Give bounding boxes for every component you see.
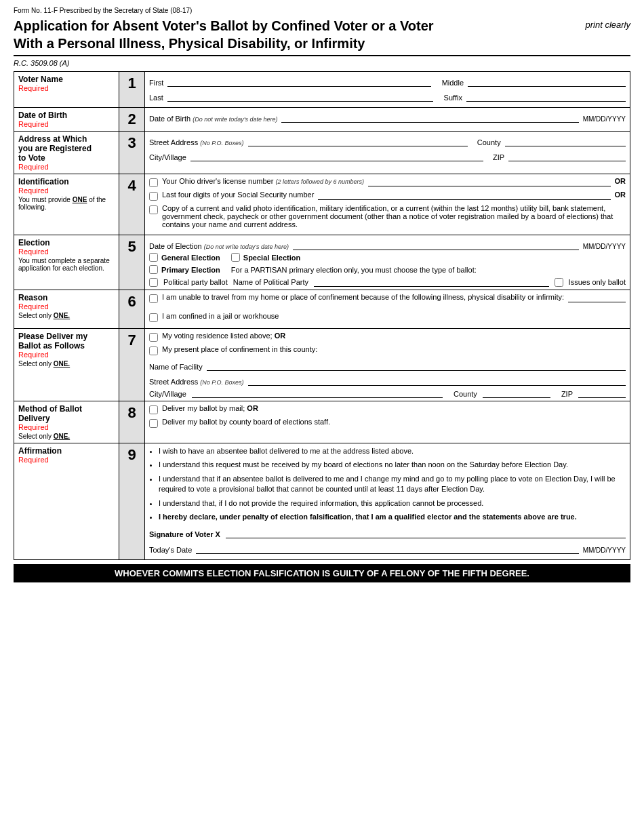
method-label: Method of Ballot Delivery <box>18 404 115 423</box>
section-number-1: 1 <box>119 72 145 108</box>
issues-only-checkbox[interactable] <box>555 278 563 287</box>
primary-election-checkbox[interactable] <box>149 265 158 274</box>
street-address-label: Street Address (No P.O. Boxes) <box>149 138 244 146</box>
political-party-checkbox[interactable] <box>149 278 158 287</box>
primary-note: For a PARTISAN primary election only, yo… <box>231 266 477 274</box>
section-affirmation: Affirmation Required 9 I wish to have an… <box>14 443 630 560</box>
method-mail-checkbox[interactable] <box>149 405 158 414</box>
id-label-cell: Identification Required You must provide… <box>14 174 119 235</box>
section-deliver: Please Deliver my Ballot as Follows Requ… <box>14 329 630 401</box>
address-label-cell: Address at Which you are Registered to V… <box>14 132 119 174</box>
zip-label: ZIP <box>493 153 504 161</box>
method-label-cell: Method of Ballot Delivery Required Selec… <box>14 401 119 443</box>
method-content: Deliver my ballot by mail; OR Deliver my… <box>145 401 630 443</box>
issues-only-label: Issues only ballot <box>569 278 626 286</box>
deliver-county-line <box>483 389 550 398</box>
id-content: Your Ohio driver's license number (2 let… <box>145 174 630 235</box>
election-sub-note: You must complete a separate application… <box>18 257 115 272</box>
affirmation-label: Affirmation <box>18 446 115 456</box>
city-row: City/Village ZIP <box>149 149 626 161</box>
facility-name-line <box>207 360 626 371</box>
method-staff-checkbox[interactable] <box>149 419 158 428</box>
general-election-checkbox[interactable] <box>149 253 158 262</box>
method-select-note: Select only ONE. <box>18 433 115 440</box>
section-number-5: 5 <box>119 235 145 290</box>
primary-election-item: Primary Election <box>149 265 220 274</box>
method-option2-row: Deliver my ballot by county board of ele… <box>149 418 626 428</box>
reason-option1-checkbox[interactable] <box>149 294 158 303</box>
election-date-row: Date of Election (Do not write today's d… <box>149 238 626 250</box>
city-field-group <box>190 149 483 161</box>
election-type-row: General Election Special Election <box>149 253 626 262</box>
section-number-9: 9 <box>119 443 145 560</box>
form-meta: Form No. 11-F Prescribed by the Secretar… <box>14 7 630 14</box>
reason-option2-text: I am confined in a jail or workhouse <box>162 312 279 320</box>
deliver-option1-checkbox[interactable] <box>149 333 158 342</box>
reason-option2-row: I am confined in a jail or workhouse <box>149 312 626 322</box>
facility-label: Name of Facility <box>149 363 203 371</box>
id-option3-checkbox[interactable] <box>149 205 158 214</box>
reason-label: Reason <box>18 293 115 302</box>
todays-date-line <box>196 543 578 554</box>
section-address: Address at Which you are Registered to V… <box>14 132 630 174</box>
affirmation-bullet-4: I understand that, if I do not provide t… <box>159 498 626 509</box>
method-option1-row: Deliver my ballot by mail; OR <box>149 404 626 414</box>
party-name-line <box>314 277 549 287</box>
dob-field-label: Date of Birth (Do not write today's date… <box>149 115 277 123</box>
special-election-checkbox[interactable] <box>231 253 240 262</box>
todays-date-row: Today's Date MM/DD/YYYY <box>149 542 626 554</box>
deliver-option1-row: My voting residence listed above; OR <box>149 332 626 342</box>
section-voter-name: Voter Name Required 1 First Middle Last <box>14 72 630 108</box>
last-name-line <box>167 91 433 102</box>
deliver-select-note: Select only ONE. <box>18 360 115 368</box>
no-po-note: (No P.O. Boxes) <box>200 140 243 146</box>
special-election-item: Special Election <box>231 253 300 262</box>
suffix-group <box>466 90 626 102</box>
street-row: Street Address (No P.O. Boxes) County <box>149 134 626 146</box>
zip-field-line <box>508 151 626 161</box>
election-label-cell: Election Required You must complete a se… <box>14 235 119 290</box>
affirmation-bullet-1: I wish to have an absentee ballot delive… <box>159 446 626 456</box>
id-label: Identification <box>18 177 115 186</box>
primary-election-row: Primary Election For a PARTISAN primary … <box>149 265 626 274</box>
section-dob: Date of Birth Required 2 Date of Birth (… <box>14 108 630 132</box>
election-date-note: (Do not write today's date here) <box>204 243 289 250</box>
id-required: Required <box>18 186 115 195</box>
id-option2-checkbox[interactable] <box>149 192 158 201</box>
id-sub-note: You must provide ONE of the following. <box>18 196 115 211</box>
footer-bar: WHOEVER COMMITS ELECTION FALSIFICATION I… <box>14 564 630 582</box>
reason-content: I am unable to travel from my home or pl… <box>145 290 630 329</box>
political-party-label: Political party ballot <box>163 278 228 286</box>
county-label: County <box>477 138 501 146</box>
deliver-label: Please Deliver my Ballot as Follows <box>18 332 115 351</box>
street-field-group <box>248 134 468 146</box>
deliver-option2-row: My present place of confinement in this … <box>149 345 626 355</box>
county-field-line <box>505 136 626 146</box>
zip-field-group <box>508 149 626 161</box>
id-option3-text: Copy of a current and valid photo identi… <box>162 204 626 229</box>
election-date-label: Date of Election (Do not write today's d… <box>149 242 289 250</box>
first-label: First <box>149 79 163 87</box>
todays-date-format: MM/DD/YYYY <box>583 547 626 554</box>
dob-format: MM/DD/YYYY <box>583 115 626 123</box>
party-row: Political party ballot Name of Political… <box>149 277 626 287</box>
todays-date-field-group <box>196 542 578 554</box>
deliver-street-field-group <box>248 374 626 386</box>
deliver-content: My voting residence listed above; OR My … <box>145 329 630 401</box>
deliver-city-label: City/Village <box>149 390 186 398</box>
deliver-option2-checkbox[interactable] <box>149 346 158 355</box>
id-option1-checkbox[interactable] <box>149 178 158 187</box>
deliver-required: Required <box>18 351 115 359</box>
id-option1-text: Your Ohio driver's license number (2 let… <box>162 177 364 185</box>
dob-content: Date of Birth (Do not write today's date… <box>145 108 630 132</box>
facility-name-row: Name of Facility <box>149 359 626 371</box>
election-label: Election <box>18 238 115 247</box>
last-name-group <box>167 90 433 102</box>
id-option1-row: Your Ohio driver's license number (2 let… <box>149 177 626 187</box>
section-identification: Identification Required You must provide… <box>14 174 630 235</box>
address-content: Street Address (No P.O. Boxes) County Ci… <box>145 132 630 174</box>
election-date-line <box>293 239 579 250</box>
city-field-line <box>190 151 483 161</box>
reason-option2-checkbox[interactable] <box>149 313 158 322</box>
reason-select-note: Select only ONE. <box>18 312 115 319</box>
